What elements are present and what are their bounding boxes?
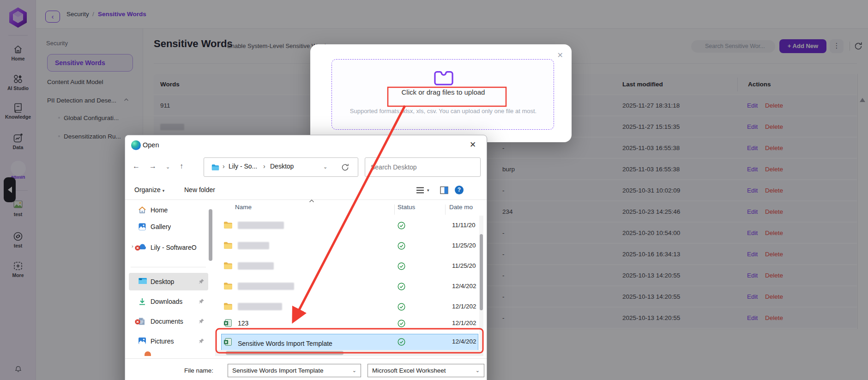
nav-item-lily-softwareo[interactable]: ›Lily - SoftwareO — [129, 239, 208, 256]
help-icon[interactable]: ? — [455, 186, 464, 194]
file-row-folder[interactable]: 11/25/20 — [215, 236, 478, 256]
preview-pane-icon[interactable] — [440, 186, 448, 194]
nav-item-label: Desktop — [151, 278, 174, 285]
list-view-icon[interactable] — [416, 187, 424, 194]
pin-icon — [199, 318, 205, 324]
scrollbar-thumb[interactable] — [480, 234, 483, 310]
breadcrumb-chevron: › — [223, 163, 225, 170]
close-icon[interactable]: ✕ — [557, 51, 563, 60]
column-header-name[interactable]: Name — [235, 204, 252, 211]
redacted-file-name — [238, 303, 282, 310]
nav-divider — [131, 267, 206, 267]
sync-status-icon — [398, 303, 405, 311]
chevron-down-icon[interactable]: ⌄ — [352, 364, 356, 377]
column-divider — [394, 205, 395, 215]
column-header-status[interactable]: Status — [398, 204, 415, 211]
inbox-upload-icon — [433, 67, 454, 86]
sync-status-icon — [398, 320, 405, 327]
pin-icon — [199, 318, 205, 324]
file-date: 11/25/20 — [452, 262, 478, 269]
redacted-file-name — [238, 283, 294, 290]
expand-chevron-icon[interactable]: › — [132, 243, 133, 249]
pin-icon — [199, 278, 205, 284]
pin-icon — [199, 298, 205, 304]
upload-dropzone[interactable]: Click or drag files to upload Supported … — [332, 59, 554, 130]
file-row-sensitive-words-import-template[interactable]: Sensitive Words Import Template12/4/202 — [215, 334, 478, 350]
nav-item-desktop[interactable]: Desktop — [129, 273, 208, 290]
pictures-icon — [138, 337, 146, 345]
column-header-date[interactable]: Date mo — [449, 204, 473, 211]
dialog-toolbar: Organize ▾ New folder ▾ ? — [125, 181, 487, 200]
nav-item-pictures[interactable]: Pictures — [129, 332, 208, 350]
redacted-file-name — [238, 222, 284, 229]
nav-item-label: Downloads — [151, 298, 182, 305]
file-type-dropdown[interactable]: Microsoft Excel Worksheet⌄ — [368, 364, 484, 377]
folder-icon — [223, 282, 233, 290]
file-date: 12/4/202 — [452, 338, 478, 345]
file-name-value: Sensitive Words Import Template — [232, 367, 324, 374]
sync-error-badge — [135, 319, 140, 325]
address-crumb-drive[interactable]: Lily - So... — [229, 163, 257, 170]
scrollbar-thumb[interactable] — [226, 351, 344, 355]
nav-item-label: Pictures — [151, 338, 174, 345]
file-type-value: Microsoft Excel Worksheet — [372, 367, 446, 374]
file-row-folder[interactable]: 12/4/202 — [215, 277, 478, 297]
new-folder-button[interactable]: New folder — [184, 186, 215, 193]
desktop-folder-icon — [138, 277, 146, 286]
view-dropdown-chevron-icon[interactable]: ▾ — [427, 188, 429, 193]
sync-status-icon — [398, 338, 405, 346]
music-icon-partial[interactable] — [145, 351, 151, 356]
nav-item-label: Home — [151, 206, 168, 214]
address-crumb-desktop[interactable]: Desktop — [270, 163, 294, 170]
file-row-123[interactable]: 12312/1/202 — [215, 314, 478, 334]
file-list-scrollbar[interactable] — [479, 216, 483, 350]
nav-scrollbar-thumb[interactable] — [209, 209, 212, 261]
file-date: 12/1/202 — [452, 320, 478, 326]
sync-error-badge — [135, 245, 140, 251]
file-name-combobox[interactable]: Sensitive Words Import Template⌄ — [228, 364, 361, 377]
sort-chevron-icon[interactable] — [309, 199, 314, 203]
horizontal-scrollbar[interactable] — [215, 350, 483, 356]
nav-item-label: Lily - SoftwareO — [151, 244, 197, 251]
file-row-folder[interactable]: 11/25/20 — [215, 256, 478, 277]
screen: HomeAI StudioKnowledgeDataadmintesttestM… — [0, 0, 868, 380]
organize-button[interactable]: Organize ▾ — [134, 186, 164, 193]
onedrive-cloud-icon — [138, 243, 146, 252]
redacted-file-name — [238, 242, 269, 249]
sync-status-icon — [398, 283, 405, 290]
address-bar[interactable]: › Lily - So... › Desktop ⌄ — [204, 157, 358, 177]
upload-instruction: Click or drag files to upload — [332, 88, 555, 96]
file-name: Sensitive Words Import Template — [238, 340, 332, 347]
file-row-folder[interactable]: 11/11/20 — [215, 216, 478, 236]
pin-icon — [199, 278, 205, 284]
folder-icon — [223, 262, 233, 270]
search-desktop-input[interactable]: Search Desktop — [365, 157, 481, 177]
nav-item-label: Documents — [151, 318, 183, 325]
pin-icon — [199, 338, 205, 344]
close-icon[interactable]: ✕ — [470, 140, 476, 150]
nav-back-icon[interactable]: ← — [133, 162, 140, 170]
excel-file-icon — [223, 338, 233, 346]
excel-file-icon — [223, 319, 233, 327]
address-dropdown-chevron-icon[interactable]: ⌄ — [323, 164, 327, 170]
nav-item-downloads[interactable]: Downloads — [129, 293, 208, 310]
home-icon — [138, 206, 146, 214]
document-icon — [138, 317, 146, 326]
nav-recent-chevron-icon[interactable]: ⌄ — [166, 164, 170, 170]
file-date: 12/1/202 — [452, 303, 478, 310]
nav-item-label: Gallery — [151, 223, 171, 230]
chevron-down-icon[interactable]: ⌄ — [476, 364, 480, 377]
download-icon — [138, 297, 146, 306]
sync-status-icon — [398, 242, 405, 250]
file-date: 12/4/202 — [452, 283, 478, 290]
upload-format-hint: Supported formats: xlsx, xls, csv. You c… — [332, 108, 555, 115]
pin-icon — [199, 338, 205, 344]
dialog-title: Open — [143, 141, 159, 149]
nav-item-gallery[interactable]: Gallery — [129, 218, 208, 235]
nav-item-documents[interactable]: Documents — [129, 313, 208, 330]
nav-forward-icon[interactable]: → — [149, 162, 157, 170]
edge-icon — [131, 140, 141, 150]
nav-up-icon[interactable]: ↑ — [180, 162, 183, 170]
refresh-icon[interactable] — [341, 163, 350, 172]
nav-item-home[interactable]: Home — [129, 201, 208, 219]
